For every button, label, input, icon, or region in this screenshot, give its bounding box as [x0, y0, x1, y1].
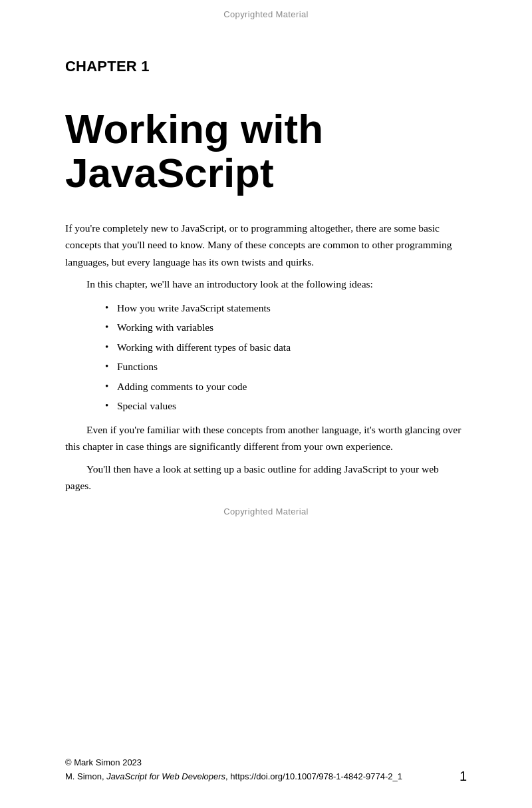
watermark-top: Copyrighted Material: [0, 0, 532, 26]
chapter-title-line1: Working with: [65, 106, 323, 152]
citation-line: M. Simon, JavaScript for Web Developers,…: [65, 770, 467, 784]
list-item: How you write JavaScript statements: [105, 298, 467, 317]
list-item: Working with different types of basic da…: [105, 337, 467, 357]
list-item: Functions: [105, 357, 467, 376]
watermark-bottom: Copyrighted Material: [0, 500, 532, 526]
book-title: JavaScript for Web Developers: [106, 771, 225, 781]
list-item: Working with variables: [105, 317, 467, 337]
bullet-list: How you write JavaScript statements Work…: [105, 298, 467, 416]
footer: © Mark Simon 2023 M. Simon, JavaScript f…: [0, 756, 532, 784]
list-item: Special values: [105, 396, 467, 415]
page-number: 1: [460, 769, 467, 784]
chapter-label: CHAPTER 1: [65, 26, 467, 75]
citation-suffix: , https://doi.org/10.1007/978-1-4842-977…: [225, 771, 402, 781]
intro-paragraph-1: If you're completely new to JavaScript, …: [65, 220, 467, 271]
chapter-title-line2: JavaScript: [65, 150, 274, 196]
footer-left: © Mark Simon 2023 M. Simon, JavaScript f…: [65, 756, 467, 784]
list-item: Adding comments to your code: [105, 377, 467, 396]
intro-paragraph-4: You'll then have a look at setting up a …: [65, 461, 467, 495]
chapter-title: Working with JavaScript: [65, 75, 467, 220]
copyright-line: © Mark Simon 2023: [65, 756, 467, 770]
intro-paragraph-2: In this chapter, we'll have an introduct…: [65, 276, 467, 293]
citation-prefix: M. Simon,: [65, 771, 106, 781]
intro-paragraph-3: Even if you're familiar with these conce…: [65, 421, 467, 455]
